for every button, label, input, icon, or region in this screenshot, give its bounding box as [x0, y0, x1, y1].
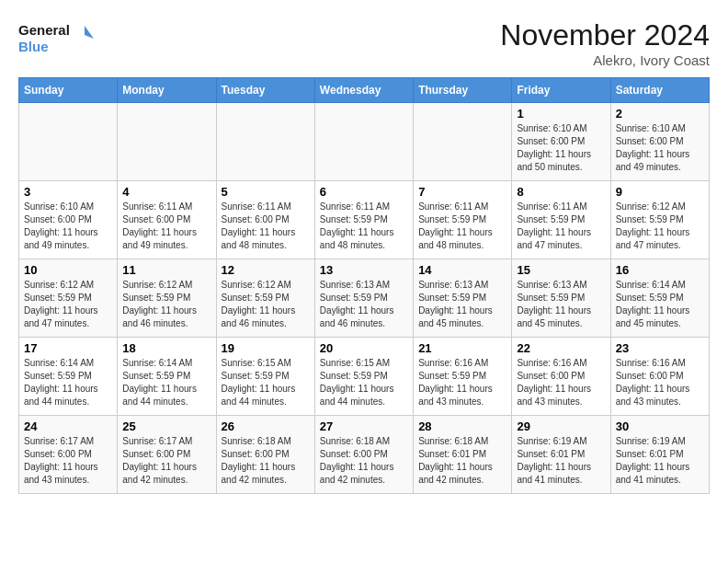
day-info: Sunrise: 6:16 AM Sunset: 6:00 PM Dayligh…	[517, 357, 605, 408]
day-number: 18	[122, 341, 210, 355]
day-info: Sunrise: 6:18 AM Sunset: 6:00 PM Dayligh…	[320, 435, 408, 487]
calendar-cell: 29Sunrise: 6:19 AM Sunset: 6:01 PM Dayli…	[512, 416, 610, 494]
day-number: 3	[24, 185, 112, 199]
weekday-header: Sunday	[19, 78, 118, 103]
day-info: Sunrise: 6:17 AM Sunset: 6:00 PM Dayligh…	[24, 435, 112, 487]
day-number: 10	[24, 263, 112, 277]
day-number: 8	[517, 185, 605, 199]
day-info: Sunrise: 6:12 AM Sunset: 5:59 PM Dayligh…	[616, 201, 704, 252]
location: Alekro, Ivory Coast	[500, 52, 710, 68]
calendar-cell: 11Sunrise: 6:12 AM Sunset: 5:59 PM Dayli…	[118, 259, 216, 338]
weekday-header: Wednesday	[314, 78, 413, 103]
calendar-week-row: 10Sunrise: 6:12 AM Sunset: 5:59 PM Dayli…	[19, 259, 710, 338]
day-number: 24	[24, 419, 112, 433]
day-info: Sunrise: 6:16 AM Sunset: 6:00 PM Dayligh…	[616, 357, 704, 408]
calendar-cell: 23Sunrise: 6:16 AM Sunset: 6:00 PM Dayli…	[610, 338, 709, 416]
day-number: 1	[517, 107, 605, 121]
day-number: 19	[222, 341, 310, 355]
weekday-header: Friday	[512, 78, 610, 103]
day-number: 23	[616, 341, 704, 355]
svg-text:General: General	[18, 22, 70, 38]
month-title: November 2024	[500, 18, 710, 52]
calendar-cell	[216, 103, 314, 181]
day-info: Sunrise: 6:11 AM Sunset: 5:59 PM Dayligh…	[418, 201, 506, 252]
calendar-cell: 7Sunrise: 6:11 AM Sunset: 5:59 PM Daylig…	[414, 181, 512, 259]
calendar-cell: 6Sunrise: 6:11 AM Sunset: 5:59 PM Daylig…	[314, 181, 413, 259]
calendar-cell: 25Sunrise: 6:17 AM Sunset: 6:00 PM Dayli…	[118, 416, 216, 494]
calendar-cell: 2Sunrise: 6:10 AM Sunset: 6:00 PM Daylig…	[610, 103, 709, 181]
day-number: 5	[222, 185, 310, 199]
day-number: 27	[320, 419, 408, 433]
day-number: 20	[320, 341, 408, 355]
calendar-cell: 8Sunrise: 6:11 AM Sunset: 5:59 PM Daylig…	[512, 181, 610, 259]
day-number: 17	[24, 341, 112, 355]
day-number: 30	[616, 419, 704, 433]
calendar-cell: 30Sunrise: 6:19 AM Sunset: 6:01 PM Dayli…	[610, 416, 709, 494]
day-number: 2	[616, 107, 704, 121]
day-info: Sunrise: 6:13 AM Sunset: 5:59 PM Dayligh…	[320, 279, 408, 330]
day-info: Sunrise: 6:14 AM Sunset: 5:59 PM Dayligh…	[122, 357, 210, 408]
day-info: Sunrise: 6:15 AM Sunset: 5:59 PM Dayligh…	[320, 357, 408, 408]
calendar-week-row: 1Sunrise: 6:10 AM Sunset: 6:00 PM Daylig…	[19, 103, 710, 181]
calendar-cell: 26Sunrise: 6:18 AM Sunset: 6:00 PM Dayli…	[216, 416, 314, 494]
calendar-week-row: 3Sunrise: 6:10 AM Sunset: 6:00 PM Daylig…	[19, 181, 710, 259]
day-info: Sunrise: 6:16 AM Sunset: 5:59 PM Dayligh…	[418, 357, 506, 408]
page-header: General Blue November 2024 Alekro, Ivory…	[18, 18, 710, 68]
calendar-cell: 16Sunrise: 6:14 AM Sunset: 5:59 PM Dayli…	[610, 259, 709, 338]
day-number: 9	[616, 185, 704, 199]
calendar-cell: 27Sunrise: 6:18 AM Sunset: 6:00 PM Dayli…	[314, 416, 413, 494]
day-info: Sunrise: 6:18 AM Sunset: 6:00 PM Dayligh…	[222, 435, 310, 487]
day-info: Sunrise: 6:11 AM Sunset: 5:59 PM Dayligh…	[517, 201, 605, 252]
day-number: 12	[222, 263, 310, 277]
weekday-header: Monday	[118, 78, 216, 103]
calendar-cell: 14Sunrise: 6:13 AM Sunset: 5:59 PM Dayli…	[414, 259, 512, 338]
day-number: 6	[320, 185, 408, 199]
day-number: 21	[418, 341, 506, 355]
weekday-header: Tuesday	[216, 78, 314, 103]
day-number: 15	[517, 263, 605, 277]
day-info: Sunrise: 6:13 AM Sunset: 5:59 PM Dayligh…	[418, 279, 506, 330]
calendar-cell	[19, 103, 118, 181]
weekday-header: Thursday	[414, 78, 512, 103]
calendar-cell	[314, 103, 413, 181]
weekday-header-row: SundayMondayTuesdayWednesdayThursdayFrid…	[19, 78, 710, 103]
svg-text:Blue: Blue	[18, 39, 49, 54]
logo: General Blue	[18, 18, 101, 59]
calendar-cell: 9Sunrise: 6:12 AM Sunset: 5:59 PM Daylig…	[610, 181, 709, 259]
day-number: 16	[616, 263, 704, 277]
day-info: Sunrise: 6:17 AM Sunset: 6:00 PM Dayligh…	[122, 435, 210, 487]
day-info: Sunrise: 6:11 AM Sunset: 5:59 PM Dayligh…	[320, 201, 408, 252]
calendar-week-row: 17Sunrise: 6:14 AM Sunset: 5:59 PM Dayli…	[19, 338, 710, 416]
day-info: Sunrise: 6:19 AM Sunset: 6:01 PM Dayligh…	[517, 435, 605, 487]
day-info: Sunrise: 6:13 AM Sunset: 5:59 PM Dayligh…	[517, 279, 605, 330]
day-info: Sunrise: 6:15 AM Sunset: 5:59 PM Dayligh…	[222, 357, 310, 408]
logo-svg: General Blue	[18, 18, 101, 59]
calendar-cell: 19Sunrise: 6:15 AM Sunset: 5:59 PM Dayli…	[216, 338, 314, 416]
day-number: 25	[122, 419, 210, 433]
day-info: Sunrise: 6:10 AM Sunset: 6:00 PM Dayligh…	[517, 122, 605, 174]
day-number: 11	[122, 263, 210, 277]
day-number: 7	[418, 185, 506, 199]
calendar-cell: 3Sunrise: 6:10 AM Sunset: 6:00 PM Daylig…	[19, 181, 118, 259]
calendar-cell: 1Sunrise: 6:10 AM Sunset: 6:00 PM Daylig…	[512, 103, 610, 181]
day-info: Sunrise: 6:12 AM Sunset: 5:59 PM Dayligh…	[122, 279, 210, 330]
day-number: 29	[517, 419, 605, 433]
day-info: Sunrise: 6:11 AM Sunset: 6:00 PM Dayligh…	[222, 201, 310, 252]
title-area: November 2024 Alekro, Ivory Coast	[500, 18, 710, 68]
svg-marker-2	[85, 26, 94, 39]
day-number: 22	[517, 341, 605, 355]
calendar-week-row: 24Sunrise: 6:17 AM Sunset: 6:00 PM Dayli…	[19, 416, 710, 494]
calendar-cell: 24Sunrise: 6:17 AM Sunset: 6:00 PM Dayli…	[19, 416, 118, 494]
calendar-cell: 21Sunrise: 6:16 AM Sunset: 5:59 PM Dayli…	[414, 338, 512, 416]
day-info: Sunrise: 6:14 AM Sunset: 5:59 PM Dayligh…	[616, 279, 704, 330]
calendar-cell	[414, 103, 512, 181]
day-info: Sunrise: 6:12 AM Sunset: 5:59 PM Dayligh…	[222, 279, 310, 330]
calendar-cell: 17Sunrise: 6:14 AM Sunset: 5:59 PM Dayli…	[19, 338, 118, 416]
calendar-cell: 13Sunrise: 6:13 AM Sunset: 5:59 PM Dayli…	[314, 259, 413, 338]
day-info: Sunrise: 6:12 AM Sunset: 5:59 PM Dayligh…	[24, 279, 112, 330]
day-info: Sunrise: 6:19 AM Sunset: 6:01 PM Dayligh…	[616, 435, 704, 487]
weekday-header: Saturday	[610, 78, 709, 103]
calendar-cell: 20Sunrise: 6:15 AM Sunset: 5:59 PM Dayli…	[314, 338, 413, 416]
calendar-cell	[118, 103, 216, 181]
day-number: 28	[418, 419, 506, 433]
